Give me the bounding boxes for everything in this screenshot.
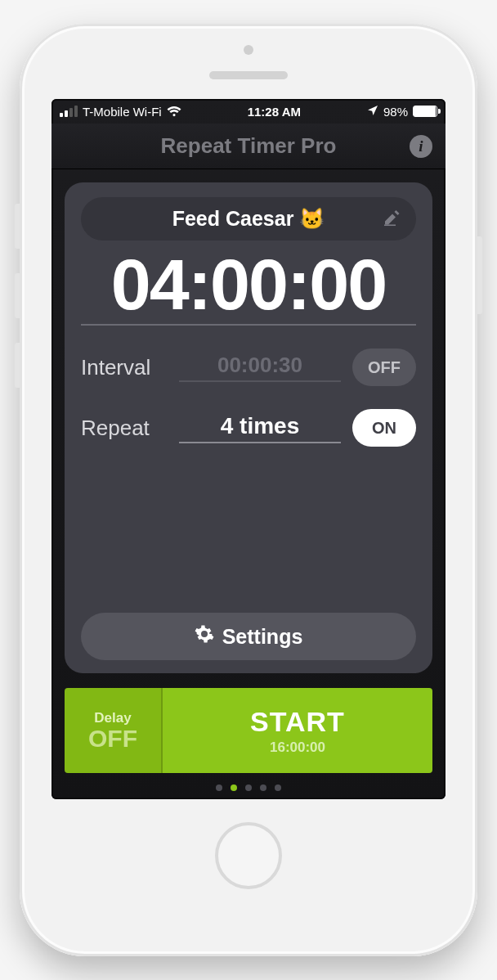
page-dot	[216, 784, 222, 791]
screen: T-Mobile Wi-Fi 11:28 AM 98% Repeat Timer…	[51, 99, 446, 799]
app-title: Repeat Timer Pro	[161, 133, 337, 159]
delay-button[interactable]: Delay OFF	[65, 688, 163, 773]
earpiece-speaker	[209, 71, 288, 79]
battery-icon	[413, 106, 437, 117]
page-dot	[245, 784, 252, 791]
wifi-icon	[167, 106, 181, 117]
timer-card: Feed Caesar 🐱 04:00:00 Interval 00:00:30…	[65, 182, 432, 673]
sensor-dot	[244, 45, 253, 55]
delay-value: OFF	[88, 726, 137, 751]
phone-frame: T-Mobile Wi-Fi 11:28 AM 98% Repeat Timer…	[20, 24, 477, 956]
home-button[interactable]	[215, 822, 282, 889]
info-button[interactable]: i	[410, 135, 432, 158]
cell-signal-icon	[60, 106, 78, 117]
carrier-label: T-Mobile Wi-Fi	[83, 105, 162, 119]
svg-rect-0	[384, 224, 396, 226]
repeat-label: Repeat	[81, 416, 179, 441]
page-dot	[260, 784, 266, 791]
page-indicator[interactable]	[51, 784, 446, 791]
battery-pct: 98%	[383, 105, 408, 119]
gear-icon	[195, 624, 214, 649]
start-button[interactable]: START 16:00:00	[163, 688, 432, 773]
interval-toggle[interactable]: OFF	[352, 348, 416, 386]
timer-name-field[interactable]: Feed Caesar 🐱	[81, 197, 416, 241]
app-header: Repeat Timer Pro i	[51, 124, 446, 169]
start-label: START	[250, 706, 345, 738]
interval-label: Interval	[81, 355, 179, 380]
timer-duration[interactable]: 04:00:00	[81, 249, 416, 326]
repeat-row: Repeat 4 times ON	[81, 409, 416, 447]
status-time: 11:28 AM	[248, 105, 301, 119]
repeat-value[interactable]: 4 times	[179, 413, 341, 443]
interval-value[interactable]: 00:00:30	[179, 353, 341, 382]
action-row: Delay OFF START 16:00:00	[65, 688, 432, 773]
status-bar: T-Mobile Wi-Fi 11:28 AM 98%	[51, 99, 446, 124]
location-icon	[367, 105, 378, 119]
repeat-toggle[interactable]: ON	[352, 409, 416, 447]
page-dot	[275, 784, 281, 791]
timer-name-text: Feed Caesar 🐱	[172, 207, 325, 231]
pencil-icon	[383, 207, 400, 231]
settings-label: Settings	[222, 625, 303, 649]
delay-label: Delay	[94, 710, 131, 726]
start-total-time: 16:00:00	[270, 739, 325, 756]
settings-button[interactable]: Settings	[81, 613, 416, 660]
page-dot	[231, 784, 237, 791]
interval-row: Interval 00:00:30 OFF	[81, 348, 416, 386]
